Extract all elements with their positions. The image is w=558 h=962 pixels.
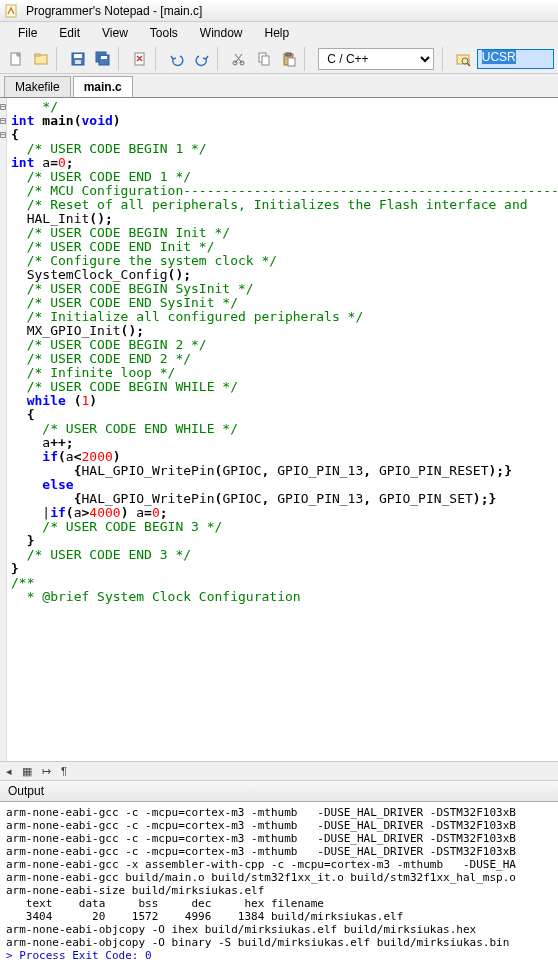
code-line[interactable]: int a=0;	[11, 156, 558, 170]
menu-tools[interactable]: Tools	[140, 24, 188, 42]
code-line[interactable]: /**	[11, 576, 558, 590]
code-line[interactable]: /* USER CODE BEGIN 1 */	[11, 142, 558, 156]
separator	[118, 47, 124, 71]
close-file-button[interactable]	[128, 47, 151, 71]
separator	[442, 47, 448, 71]
menu-edit[interactable]: Edit	[49, 24, 90, 42]
code-line[interactable]: /* USER CODE END 3 */	[11, 548, 558, 562]
svg-rect-16	[286, 53, 291, 56]
statusbar-icon[interactable]: ¶	[61, 765, 67, 777]
code-line[interactable]: HAL_Init();	[11, 212, 558, 226]
fold-marker[interactable]: ⊟	[0, 128, 6, 142]
menu-help[interactable]: Help	[255, 24, 300, 42]
code-line[interactable]: if(a<2000)	[11, 450, 558, 464]
code-line[interactable]: {HAL_GPIO_WritePin(GPIOC, GPIO_PIN_13, G…	[11, 464, 558, 478]
undo-button[interactable]	[165, 47, 188, 71]
code-area[interactable]: */int main(void){ /* USER CODE BEGIN 1 *…	[7, 98, 558, 761]
editor-statusbar: ◂▦↦¶	[0, 761, 558, 781]
code-line[interactable]: /* Initialize all configured peripherals…	[11, 310, 558, 324]
code-line[interactable]: }	[11, 562, 558, 576]
code-line[interactable]: |if(a>4000) a=0;	[11, 506, 558, 520]
tab-strip: Makefilemain.c	[0, 74, 558, 98]
svg-rect-9	[101, 56, 107, 59]
separator	[155, 47, 161, 71]
tab-main-c[interactable]: main.c	[73, 76, 133, 97]
paste-button[interactable]	[277, 47, 300, 71]
separator	[304, 47, 310, 71]
svg-rect-6	[75, 60, 81, 64]
new-project-button[interactable]	[29, 47, 52, 71]
code-line[interactable]: {	[11, 128, 558, 142]
output-panel-header[interactable]: Output	[0, 781, 558, 802]
code-line[interactable]: /* USER CODE END 1 */	[11, 170, 558, 184]
code-line[interactable]: a++;	[11, 436, 558, 450]
language-select[interactable]: C / C++	[318, 48, 434, 70]
code-line[interactable]: {HAL_GPIO_WritePin(GPIOC, GPIO_PIN_13, G…	[11, 492, 558, 506]
code-line[interactable]: /* USER CODE END SysInit */	[11, 296, 558, 310]
separator	[217, 47, 223, 71]
menubar: FileEditViewToolsWindowHelp	[0, 22, 558, 44]
titlebar: Programmer's Notepad - [main.c]	[0, 0, 558, 22]
code-line[interactable]: /* USER CODE BEGIN 3 */	[11, 520, 558, 534]
output-status-line: > Process Exit Code: 0	[6, 949, 552, 962]
code-line[interactable]: {	[11, 408, 558, 422]
menu-view[interactable]: View	[92, 24, 138, 42]
statusbar-icon[interactable]: ▦	[22, 765, 32, 778]
svg-rect-17	[288, 58, 295, 66]
statusbar-icon[interactable]: ↦	[42, 765, 51, 778]
output-line: arm-none-eabi-gcc -x assembler-with-cpp …	[6, 858, 552, 871]
code-line[interactable]: else	[11, 478, 558, 492]
svg-rect-14	[262, 56, 269, 65]
code-line[interactable]: /* USER CODE BEGIN SysInit */	[11, 282, 558, 296]
editor[interactable]: ⊟⊟⊟ */int main(void){ /* USER CODE BEGIN…	[0, 98, 558, 761]
code-line[interactable]: /* Infinite loop */	[11, 366, 558, 380]
output-line: arm-none-eabi-gcc -c -mcpu=cortex-m3 -mt…	[6, 832, 552, 845]
code-line[interactable]: */	[11, 100, 558, 114]
search-input[interactable]: UCSR	[477, 49, 554, 69]
separator	[56, 47, 62, 71]
code-line[interactable]: * @brief System Clock Configuration	[11, 590, 558, 604]
code-line[interactable]: SystemClock_Config();	[11, 268, 558, 282]
code-line[interactable]: }	[11, 534, 558, 548]
menu-window[interactable]: Window	[190, 24, 253, 42]
statusbar-icon[interactable]: ◂	[6, 765, 12, 778]
output-line: arm-none-eabi-size build/mirksiukas.elf	[6, 884, 552, 897]
app-icon	[4, 3, 20, 19]
window-title: Programmer's Notepad - [main.c]	[26, 4, 202, 18]
new-file-button[interactable]	[4, 47, 27, 71]
code-line[interactable]: MX_GPIO_Init();	[11, 324, 558, 338]
code-line[interactable]: while (1)	[11, 394, 558, 408]
tab-makefile[interactable]: Makefile	[4, 76, 71, 97]
code-line[interactable]: /* USER CODE BEGIN Init */	[11, 226, 558, 240]
code-line[interactable]: /* USER CODE END WHILE */	[11, 422, 558, 436]
find-folder-button[interactable]	[452, 47, 475, 71]
code-line[interactable]: /* Reset of all peripherals, Initializes…	[11, 198, 558, 212]
save-all-button[interactable]	[91, 47, 114, 71]
svg-line-20	[467, 63, 470, 66]
fold-marker[interactable]: ⊟	[0, 100, 6, 114]
fold-marker[interactable]: ⊟	[0, 114, 6, 128]
output-line: arm-none-eabi-gcc build/main.o build/stm…	[6, 871, 552, 884]
code-line[interactable]: /* USER CODE BEGIN WHILE */	[11, 380, 558, 394]
output-line: text data bss dec hex filename	[6, 897, 552, 910]
output-line: arm-none-eabi-gcc -c -mcpu=cortex-m3 -mt…	[6, 845, 552, 858]
menu-file[interactable]: File	[8, 24, 47, 42]
code-line[interactable]: /* USER CODE END Init */	[11, 240, 558, 254]
toolbar: C / C++ UCSR	[0, 44, 558, 74]
code-line[interactable]: /* MCU Configuration--------------------…	[11, 184, 558, 198]
fold-gutter[interactable]: ⊟⊟⊟	[0, 98, 7, 761]
output-line: arm-none-eabi-objcopy -O ihex build/mirk…	[6, 923, 552, 936]
redo-button[interactable]	[190, 47, 213, 71]
cut-button[interactable]	[227, 47, 250, 71]
output-panel[interactable]: arm-none-eabi-gcc -c -mcpu=cortex-m3 -mt…	[0, 802, 558, 962]
code-line[interactable]: /* Configure the system clock */	[11, 254, 558, 268]
copy-button[interactable]	[252, 47, 275, 71]
output-line: 3404 20 1572 4996 1384 build/mirksiukas.…	[6, 910, 552, 923]
svg-rect-3	[35, 54, 40, 56]
output-line: arm-none-eabi-objcopy -O binary -S build…	[6, 936, 552, 949]
code-line[interactable]: /* USER CODE END 2 */	[11, 352, 558, 366]
save-button[interactable]	[66, 47, 89, 71]
output-line: arm-none-eabi-gcc -c -mcpu=cortex-m3 -mt…	[6, 819, 552, 832]
code-line[interactable]: int main(void)	[11, 114, 558, 128]
code-line[interactable]: /* USER CODE BEGIN 2 */	[11, 338, 558, 352]
